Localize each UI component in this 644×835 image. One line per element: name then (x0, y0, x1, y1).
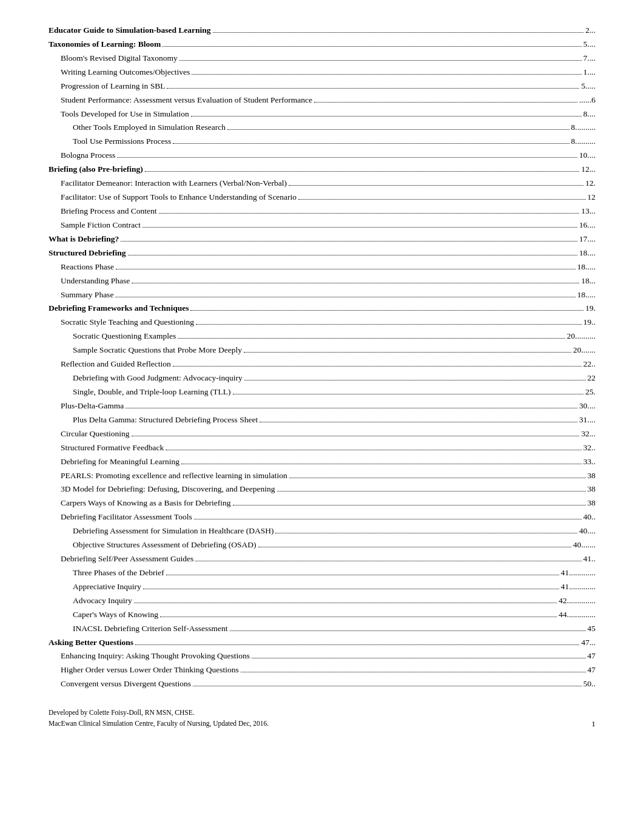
toc-item: Convergent versus Divergent Questions50.… (49, 678, 595, 691)
toc-item: What is Debriefing?17.... (49, 233, 595, 246)
toc-page-number: 5..... (581, 80, 595, 93)
toc-dots (160, 617, 557, 617)
toc-item-label: Other Tools Employed in Simulation Resea… (73, 121, 226, 134)
toc-item: Three Phases of the Debrief41...........… (49, 567, 595, 580)
toc-item: Debriefing Self/Peer Assessment Guides41… (49, 553, 595, 566)
toc-item: Student Performance: Assessment versus E… (49, 94, 595, 107)
toc-dots (260, 422, 577, 422)
toc-item: Socratic Questioning Examples20.........… (49, 330, 595, 343)
toc-dots (244, 380, 586, 380)
toc-dots (163, 46, 582, 47)
toc-item-label: Plus-Delta-Gamma (61, 400, 124, 413)
toc-item: Higher Order versus Lower Order Thinking… (49, 664, 595, 677)
toc-page-number: 41.. (583, 553, 595, 566)
toc-dots (145, 171, 580, 172)
toc-dots (192, 74, 582, 75)
toc-item-label: Student Performance: Assessment versus E… (61, 94, 312, 107)
toc-item: Briefing Process and Content13... (49, 205, 595, 218)
toc-dots (195, 561, 581, 561)
toc-dots (166, 575, 559, 575)
footer-line1: Developed by Colette Foisy-Doll, RN MSN,… (49, 708, 269, 718)
toc-dots (190, 310, 583, 311)
toc-item: Enhancing Inquiry: Asking Thought Provok… (49, 650, 595, 663)
toc-item-label: Reactions Phase (61, 261, 114, 274)
toc-item-label: Socratic Questioning Examples (73, 330, 176, 343)
toc-item: Bloom's Revised Digital Taxonomy7.... (49, 52, 595, 65)
toc-item-label: Plus Delta Gamma: Structured Debriefing … (73, 414, 258, 427)
toc-dots (179, 60, 582, 61)
toc-item-label: Circular Questioning (61, 428, 130, 441)
toc-item-label: Structured Debriefing (49, 247, 126, 260)
toc-item: Appreciative Inquiry41............. (49, 581, 595, 593)
toc-item-label: Educator Guide to Simulation-based Learn… (49, 24, 211, 37)
toc-item-label: Carpers Ways of Knowing as a Basis for D… (61, 497, 231, 510)
toc-page-number: 22.. (583, 358, 595, 371)
toc-item: Debriefing Assessment for Simulation in … (49, 525, 595, 538)
toc-dots (193, 686, 582, 686)
toc-dots (132, 283, 579, 283)
toc-page-number: 44.............. (558, 609, 595, 621)
toc-dots (134, 603, 557, 603)
toc-item-label: INACSL Debriefing Criterion Self-Assessm… (73, 623, 228, 635)
toc-dots (181, 464, 582, 464)
toc-dots (298, 199, 585, 200)
toc-page-number: 20....... (573, 344, 595, 357)
toc-item-label: Writing Learning Outcomes/Objectives (61, 66, 190, 79)
toc-dots (314, 102, 577, 103)
toc-item: Reactions Phase18..... (49, 261, 595, 274)
toc-page-number: 18.... (579, 247, 595, 260)
toc-dots (173, 143, 569, 144)
toc-page-number: 8.......... (571, 135, 596, 148)
toc-page-number: 16.... (579, 219, 595, 232)
toc-dots (115, 297, 575, 297)
toc-dots (116, 269, 575, 269)
toc-page-number: 19.. (583, 316, 595, 329)
toc-page-number: 10.... (579, 149, 595, 162)
toc-item-label: Reflection and Guided Reflection (61, 358, 171, 371)
toc-item-label: Asking Better Questions (49, 637, 133, 649)
toc-page-number: 12 (588, 191, 596, 204)
toc-item-label: Facilitator Demeanor: Interaction with L… (61, 177, 287, 190)
toc-item-label: Facilitator: Use of Support Tools to Enh… (61, 191, 297, 204)
toc-dots (135, 644, 579, 645)
toc-item: Plus Delta Gamma: Structured Debriefing … (49, 414, 595, 427)
toc-item: Facilitator Demeanor: Interaction with L… (49, 177, 595, 190)
toc-item-label: Debriefing Facilitator Assessment Tools (61, 511, 192, 524)
toc-item: Circular Questioning32... (49, 428, 595, 441)
toc-item-label: Progression of Learning in SBL (61, 80, 165, 93)
toc-item-label: Debriefing Assessment for Simulation in … (73, 525, 273, 538)
toc-dots (252, 658, 585, 658)
toc-item: INACSL Debriefing Criterion Self-Assessm… (49, 623, 595, 635)
toc-item: Structured Formative Feedback32.. (49, 442, 595, 455)
toc-page-number: 40.. (583, 511, 595, 524)
toc-page-number: 22 (588, 372, 596, 385)
toc-item: Other Tools Employed in Simulation Resea… (49, 121, 595, 134)
toc-dots (233, 394, 584, 394)
toc-item: 3D Model for Debriefing: Defusing, Disco… (49, 483, 595, 496)
toc-item-label: Debriefing Frameworks and Techniques (49, 302, 189, 315)
toc-item: Tools Developed for Use in Simulation8..… (49, 108, 595, 121)
toc-page-number: 18... (581, 275, 595, 288)
toc-item-label: PEARLS: Promoting excellence and reflect… (61, 470, 287, 482)
toc-page-number: 32.. (583, 442, 595, 455)
footer-page-number: 1 (591, 719, 595, 729)
toc-item: Advocacy Inquiry42.............. (49, 595, 595, 607)
toc-page-number: 20.......... (567, 330, 595, 343)
toc-item-label: What is Debriefing? (49, 233, 119, 246)
toc-page-number: 38 (588, 483, 596, 496)
toc-page-number: 8.... (583, 108, 595, 121)
toc-item: Asking Better Questions47... (49, 637, 595, 649)
toc-item-label: Objective Structures Assessment of Debri… (73, 539, 257, 552)
toc-dots (132, 436, 580, 436)
toc-page-number: 12... (581, 163, 595, 176)
toc-dots (230, 630, 586, 631)
toc-item-label: Briefing (also Pre-briefing) (49, 163, 143, 176)
toc-dots (143, 589, 559, 589)
toc-item-label: Debriefing for Meaningful Learning (61, 456, 179, 468)
toc-item: Debriefing with Good Judgment: Advocacy-… (49, 372, 595, 385)
toc-page-number: 8.......... (571, 121, 596, 134)
toc-item: Reflection and Guided Reflection22.. (49, 358, 595, 371)
toc-page-number: 17.... (579, 233, 595, 246)
toc-item: Summary Phase18..... (49, 289, 595, 302)
toc-page-number: 30.... (579, 400, 595, 413)
